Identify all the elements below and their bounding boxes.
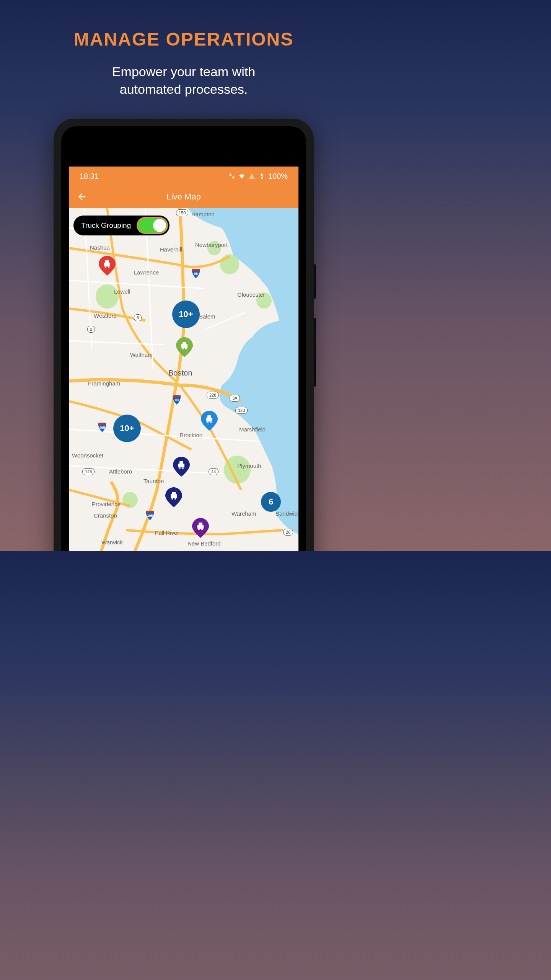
svg-rect-31 xyxy=(199,523,202,525)
interstate-shield: 95 xyxy=(191,268,201,278)
city-label: Marshfield xyxy=(239,426,266,433)
road-shield: 123 xyxy=(235,407,248,414)
city-label: Attleboro xyxy=(109,468,132,475)
battery-icon xyxy=(258,173,265,180)
phone-screen: 18:31 100% Live Map xyxy=(69,167,298,551)
road-shield: 28 xyxy=(283,529,293,536)
cluster-marker[interactable]: 6 xyxy=(261,492,281,512)
svg-point-25 xyxy=(182,467,184,469)
city-label: Cranston xyxy=(94,512,117,519)
svg-rect-15 xyxy=(183,342,186,345)
city-label: Westford xyxy=(94,312,117,319)
app-title: Live Map xyxy=(166,192,201,202)
road-shield: 3 xyxy=(134,314,142,321)
svg-rect-26 xyxy=(171,494,177,498)
svg-point-28 xyxy=(171,498,173,500)
toggle-knob xyxy=(153,219,166,232)
svg-rect-18 xyxy=(206,418,212,421)
phone-volume-button xyxy=(314,264,316,299)
city-label: Boston xyxy=(168,369,192,377)
svg-point-12 xyxy=(105,266,106,268)
city-label: Wareham xyxy=(231,510,256,517)
road-shield: 150 xyxy=(176,209,188,216)
svg-point-32 xyxy=(198,529,200,530)
zoom-in-button[interactable]: + xyxy=(274,550,291,551)
city-label: Taunton xyxy=(143,478,164,484)
data-icon xyxy=(228,173,235,180)
status-indicators: 100% xyxy=(228,172,288,181)
svg-rect-27 xyxy=(172,492,176,495)
interstate-shield: 93 xyxy=(172,395,181,405)
page-subtitle: Empower your team with automated process… xyxy=(0,63,367,98)
headline-section: MANAGE OPERATIONS Empower your team with… xyxy=(0,0,367,98)
back-arrow-icon[interactable] xyxy=(77,191,87,202)
city-label: Waltham xyxy=(130,351,153,358)
phone-bezel: 18:31 100% Live Map xyxy=(61,126,306,551)
svg-rect-11 xyxy=(105,260,109,263)
svg-point-17 xyxy=(185,348,187,350)
road-shield: 44 xyxy=(209,468,218,475)
app-bar: Live Map xyxy=(69,186,298,208)
svg-text:195: 195 xyxy=(147,514,153,518)
city-label: Newburyport xyxy=(195,242,228,248)
city-label: Lowell xyxy=(114,288,130,295)
cluster-marker[interactable]: 10+ xyxy=(172,301,200,328)
truck-grouping-toggle[interactable] xyxy=(137,217,168,234)
city-label: Hampton xyxy=(191,211,215,217)
city-label: Sandwich xyxy=(276,510,298,517)
city-label: Warwick xyxy=(101,539,123,546)
city-label: Nashua xyxy=(90,244,110,251)
city-label: Framingham xyxy=(88,380,120,387)
city-label: Salem xyxy=(199,313,215,320)
city-label: Fall River xyxy=(155,529,179,536)
svg-point-29 xyxy=(174,498,176,500)
city-label: Gloucester xyxy=(237,291,265,298)
wifi-icon xyxy=(238,173,245,180)
svg-rect-19 xyxy=(207,415,211,418)
city-label: Woonsocket xyxy=(72,452,103,459)
signal-icon xyxy=(248,173,255,180)
road-shield: 3A xyxy=(230,395,240,402)
truck-pin[interactable] xyxy=(201,411,218,431)
svg-rect-10 xyxy=(104,263,110,266)
toggle-label: Truck Grouping xyxy=(81,221,131,230)
truck-pin[interactable] xyxy=(192,518,209,538)
svg-point-24 xyxy=(179,467,181,469)
road-shield: 146 xyxy=(82,468,95,475)
svg-text:95: 95 xyxy=(194,272,198,276)
map-view[interactable]: HamptonNashuaHaverhillNewburyportLawrenc… xyxy=(69,208,298,551)
road-shield: 228 xyxy=(207,392,219,399)
city-label: Plymouth xyxy=(237,462,261,469)
svg-rect-14 xyxy=(181,344,187,348)
city-label: Lawrence xyxy=(134,269,159,276)
svg-rect-23 xyxy=(179,461,183,464)
truck-pin[interactable] xyxy=(99,256,116,276)
svg-text:93: 93 xyxy=(175,398,179,402)
svg-point-21 xyxy=(210,421,212,423)
road-shield: 2 xyxy=(87,326,95,333)
truck-pin[interactable] xyxy=(165,487,182,507)
cluster-marker[interactable]: 10+ xyxy=(113,415,141,442)
battery-percent: 100% xyxy=(268,172,288,181)
svg-point-13 xyxy=(108,266,109,268)
status-time: 18:31 xyxy=(80,172,99,181)
truck-grouping-toggle-container: Truck Grouping xyxy=(73,216,170,235)
page-title: MANAGE OPERATIONS xyxy=(0,29,367,50)
svg-point-20 xyxy=(207,421,209,423)
svg-text:495: 495 xyxy=(99,426,105,430)
svg-rect-22 xyxy=(178,464,184,467)
city-label: Providence xyxy=(92,501,121,507)
city-label: New Bedford xyxy=(187,540,221,547)
phone-frame: 18:31 100% Live Map xyxy=(54,119,314,551)
svg-point-16 xyxy=(182,348,184,350)
svg-rect-30 xyxy=(197,525,204,529)
status-bar: 18:31 100% xyxy=(69,167,298,186)
city-label: Brockton xyxy=(180,432,202,438)
svg-point-33 xyxy=(201,529,203,530)
interstate-shield: 495 xyxy=(98,422,107,432)
truck-pin[interactable] xyxy=(173,457,190,477)
interstate-shield: 195 xyxy=(145,510,155,520)
phone-power-button xyxy=(314,318,316,387)
truck-pin[interactable] xyxy=(176,337,193,357)
city-label: Haverhill xyxy=(160,246,182,253)
